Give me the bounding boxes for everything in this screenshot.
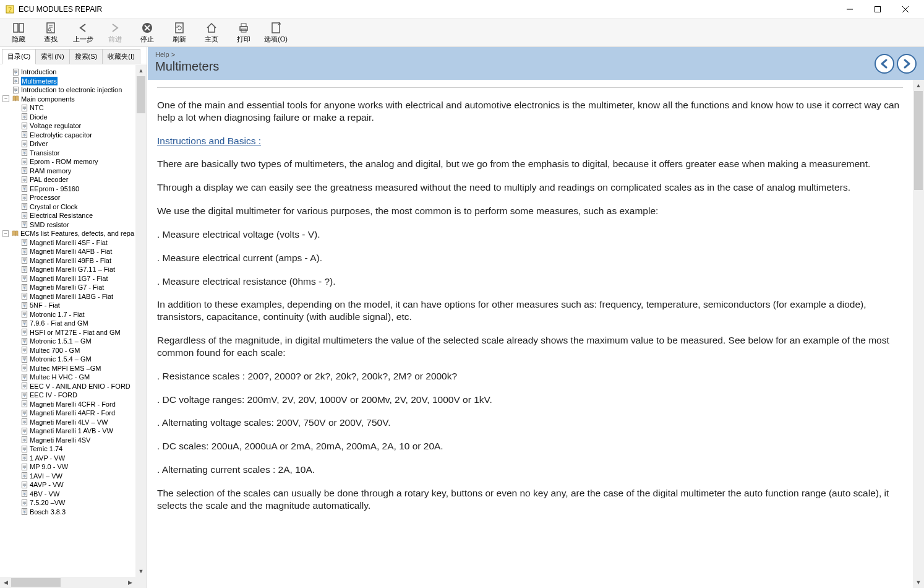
hide-button[interactable]: 隐藏	[2, 20, 35, 45]
refresh-button[interactable]: 刷新	[163, 20, 195, 45]
tree-item[interactable]: ?Motronic 1.5.1 – GM	[11, 337, 134, 346]
stop-button[interactable]: 停止	[131, 20, 163, 45]
tree-item[interactable]: ?5NF - Fiat	[11, 301, 134, 310]
scroll-right-icon[interactable]: ▶	[124, 577, 135, 588]
scroll-track[interactable]	[11, 577, 124, 588]
tree-item[interactable]: ?Multec H VHC - GM	[11, 373, 134, 382]
find-button[interactable]: 查找	[35, 20, 67, 45]
tree-item[interactable]: ?EEC V - ANIL AND ENIO - FORD	[11, 382, 134, 391]
tree-item[interactable]: ?Electrolytic capacitor	[11, 131, 134, 140]
scroll-up-icon[interactable]: ▲	[135, 65, 147, 76]
tree-item[interactable]: ?Crystal or Clock	[11, 202, 134, 212]
tree-item[interactable]: ?MP 9.0 - VW	[11, 462, 134, 472]
svg-text:?: ?	[24, 493, 25, 496]
tree-item[interactable]: ?Introduction	[2, 67, 134, 77]
tree-item[interactable]: ?Electrical Resistance	[11, 211, 134, 220]
maximize-button[interactable]	[863, 0, 891, 18]
tree-label: Magneti Marelli 4SV	[30, 436, 90, 445]
svg-text:?: ?	[24, 349, 25, 353]
tab-contents[interactable]: 目录(C)	[2, 49, 36, 64]
tree-item[interactable]: ?Transistor	[11, 149, 134, 158]
options-button[interactable]: 选项(O)	[260, 20, 292, 45]
tree-item[interactable]: ?Magneti Marelli 4AFB - Fiat	[11, 247, 134, 256]
tab-index[interactable]: 索引(N)	[35, 49, 69, 64]
tree-item[interactable]: ?Driver	[11, 139, 134, 149]
tree-item[interactable]: ?Introduction to electronic injection	[2, 85, 134, 95]
tree-folder[interactable]: −Main components	[2, 95, 134, 104]
tree-item[interactable]: ?Bosch 3.8.3	[11, 508, 134, 517]
tree-item[interactable]: ?Processor	[11, 193, 134, 202]
scroll-down-icon[interactable]: ▼	[913, 577, 924, 588]
svg-text:?: ?	[24, 170, 25, 173]
tab-search[interactable]: 搜索(S)	[69, 49, 103, 64]
expand-toggle-icon[interactable]: −	[2, 95, 9, 102]
scroll-track[interactable]	[913, 91, 924, 577]
tree-item[interactable]: ?Magneti Marelli 4SF - Fiat	[11, 238, 134, 248]
options-icon	[270, 22, 282, 34]
tree-item[interactable]: ?PAL decoder	[11, 175, 134, 184]
tree-item[interactable]: ?Magneti Marelli G7.11 – Fiat	[11, 265, 134, 274]
scroll-thumb[interactable]	[914, 91, 923, 190]
tree-item[interactable]: ?Motronic 1.7 - Fiat	[11, 310, 134, 319]
tree-item[interactable]: ?Magneti Marelli 4CFR - Ford	[11, 400, 134, 409]
tree-item[interactable]: ?SMD resistor	[11, 220, 134, 230]
scroll-thumb[interactable]	[137, 76, 145, 113]
tree-item[interactable]: ?7.9.6 - Fiat and GM	[11, 319, 134, 328]
tree[interactable]: ?Introduction?Multimeters?Introduction t…	[0, 65, 135, 577]
scroll-up-icon[interactable]: ▲	[913, 80, 924, 91]
svg-text:?: ?	[24, 475, 25, 478]
expand-toggle-icon[interactable]: −	[2, 230, 9, 237]
tree-item[interactable]: ?Multimeters	[2, 77, 134, 86]
tree-item[interactable]: ?4AVP - VW	[11, 480, 134, 490]
article-vscroll[interactable]: ▲ ▼	[913, 80, 924, 588]
tree-item[interactable]: ?Magneti Marelli 49FB - Fiat	[11, 256, 134, 266]
tree-folder[interactable]: −ECMs list Features, defects, and repa	[2, 229, 134, 238]
tree-item[interactable]: ?Magneti Marelli G7 - Fiat	[11, 283, 134, 292]
tree-item[interactable]: ?4BV - VW	[11, 490, 134, 499]
tab-fav[interactable]: 收藏夹(I)	[102, 49, 140, 64]
tree-item[interactable]: ?Magneti Marelli 4LV – VW	[11, 418, 134, 427]
tree-item[interactable]: ?Temic 1.74	[11, 444, 134, 454]
tree-item[interactable]: ?EEprom - 95160	[11, 184, 134, 194]
close-button[interactable]	[891, 0, 919, 18]
home-button[interactable]: 主页	[195, 20, 228, 45]
sidebar-vscroll[interactable]: ▲ ▼	[135, 65, 147, 577]
tree-item[interactable]: ?HSFI or MT27E - Fiat and GM	[11, 328, 134, 337]
tree-item[interactable]: ?1 AVP - VW	[11, 454, 134, 463]
back-button[interactable]: 上一步	[67, 20, 99, 45]
print-icon	[237, 22, 250, 34]
doc-icon: ?	[20, 141, 28, 147]
tree-label: Magneti Marelli 1G7 - Fiat	[30, 274, 108, 283]
tree-item[interactable]: ?NTC	[11, 103, 134, 113]
tree-label: 5NF - Fiat	[30, 301, 60, 310]
tree-item[interactable]: ?Multec 700 - GM	[11, 346, 134, 355]
tree-item[interactable]: ?Magneti Marelli 1 AVB - VW	[11, 426, 134, 436]
tree-item[interactable]: ?EEC IV - FORD	[11, 391, 134, 400]
tree-item[interactable]: ?Magneti Marelli 1G7 - Fiat	[11, 274, 134, 283]
scroll-track[interactable]	[135, 76, 147, 566]
doc-icon: ?	[20, 454, 28, 461]
minimize-button[interactable]	[836, 0, 863, 18]
next-page-button[interactable]	[897, 54, 917, 74]
scroll-down-icon[interactable]: ▼	[135, 566, 147, 577]
print-button[interactable]: 打印	[228, 20, 260, 45]
prev-page-button[interactable]	[875, 54, 894, 74]
sidebar-hscroll[interactable]: ◀ ▶	[0, 577, 135, 588]
tree-item[interactable]: ?1AVI – VW	[11, 472, 134, 481]
tree-label: Voltage regulator	[30, 121, 81, 131]
toolbar-label: 隐藏	[12, 35, 25, 44]
tree-item[interactable]: ?RAM memory	[11, 166, 134, 176]
tree-label: Motronic 1.5.1 – GM	[30, 337, 92, 346]
tree-item[interactable]: ?Magneti Marelli 4SV	[11, 436, 134, 445]
tree-label: NTC	[30, 103, 44, 113]
tree-item[interactable]: ?Multec MPFI EMS –GM	[11, 364, 134, 373]
tree-item[interactable]: ?Magneti Marelli 4AFR - Ford	[11, 409, 134, 418]
tree-item[interactable]: ?Voltage regulator	[11, 121, 134, 131]
tree-item[interactable]: ?Motronic 1.5.4 – GM	[11, 355, 134, 364]
tree-item[interactable]: ?7.5.20 –VW	[11, 498, 134, 508]
tree-item[interactable]: ?Diode	[11, 113, 134, 122]
scroll-left-icon[interactable]: ◀	[0, 577, 11, 588]
scroll-thumb[interactable]	[11, 578, 61, 587]
tree-item[interactable]: ?Magneti Marelli 1ABG - Fiat	[11, 292, 134, 301]
tree-item[interactable]: ?Eprom - ROM memory	[11, 157, 134, 166]
